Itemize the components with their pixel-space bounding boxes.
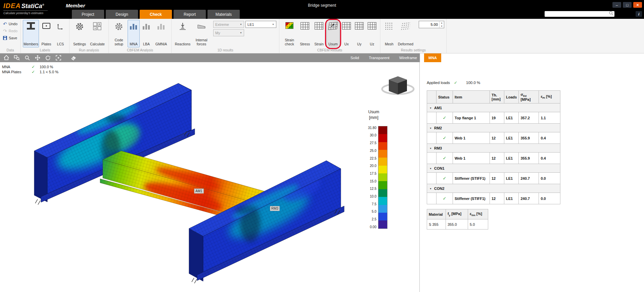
legend-unit: [mm]	[369, 115, 378, 120]
legend-color-segment	[378, 166, 387, 173]
mesh-button[interactable]: Mesh	[382, 20, 396, 47]
uy-button[interactable]: Uy	[353, 20, 365, 47]
usum-icon: ↗	[328, 22, 338, 30]
redo-icon: ↷	[3, 29, 7, 33]
tab-design[interactable]: Design	[106, 10, 138, 19]
ux-button[interactable]: Ux	[340, 20, 353, 47]
clipping-plane-button[interactable]	[70, 54, 77, 61]
legend-color-segment	[378, 181, 387, 189]
group-label-labels: Labels	[23, 48, 67, 53]
table-row[interactable]: ✓ Stiffener (STIFF1) 12 LE1 240.7 0.0	[427, 173, 560, 184]
eps-cell: 0.0	[539, 193, 560, 204]
model-label-am1[interactable]: AM1	[194, 189, 204, 194]
close-icon: ×	[636, 2, 639, 7]
mna-button[interactable]: MNA	[128, 20, 140, 47]
tab-check[interactable]: Check	[140, 10, 172, 19]
group-row-con2[interactable]: ▼CON2	[427, 184, 560, 193]
code-setup-button[interactable]: Code setup	[111, 20, 127, 47]
spinner-up-button[interactable]: ▲	[440, 21, 444, 25]
uz-button[interactable]: Uz	[366, 20, 378, 47]
collapse-triangle-icon[interactable]: ▼	[429, 107, 432, 109]
fem-model-canvas[interactable]	[0, 62, 420, 292]
zoom-fit-button[interactable]	[55, 54, 62, 61]
home-view-button[interactable]	[3, 54, 10, 61]
group-row-rm2[interactable]: ▼RM2	[427, 124, 560, 132]
spinner-down-button[interactable]: ▼	[440, 25, 444, 28]
group-row-rm3[interactable]: ▼RM3	[427, 144, 560, 153]
sigma-cell: 357.2	[519, 112, 539, 124]
tab-materials[interactable]: Materials	[208, 10, 240, 19]
internal-forces-button[interactable]: Internal forces	[192, 20, 211, 47]
calculate-button[interactable]: Calculate	[88, 20, 106, 47]
usum-button[interactable]: ↗ Usum	[326, 20, 340, 47]
gear-icon	[75, 22, 84, 32]
strain-icon	[315, 22, 323, 30]
plates-button[interactable]: Plates	[40, 20, 53, 47]
group-name: RM3	[434, 146, 442, 150]
view-mode-transparent[interactable]: Transparent	[369, 56, 389, 60]
check-icon: ✓	[436, 173, 453, 184]
deformed-button[interactable]: Deformed	[397, 20, 415, 47]
model-label-rm3[interactable]: RM3	[270, 206, 280, 211]
strain-check-button[interactable]: Strain check	[281, 20, 297, 47]
panel-tab-mna[interactable]: MNA	[424, 53, 441, 62]
info-button[interactable]: i	[636, 11, 642, 17]
material-row[interactable]: S 355 355.0 5.0	[427, 219, 488, 230]
table-row[interactable]: ✓ Web 1 12 LE1 355.9 0.4	[427, 153, 560, 164]
thickness-cell: 19	[490, 112, 504, 124]
main-area: MNA ✓ 100.0 % MNA Plates ✓ 1.1 < 5.0 % A…	[0, 62, 644, 292]
zoom-window-button[interactable]	[13, 54, 20, 61]
gmnia-button[interactable]: GMNIA	[153, 20, 169, 47]
undo-label: Undo	[9, 22, 17, 26]
group-row-con1[interactable]: ▼CON1	[427, 164, 560, 173]
component-dropdown[interactable]: My ▼	[213, 29, 244, 36]
toolbar-row: Solid Transparent Wireframe MNA	[0, 53, 644, 62]
zoom-button[interactable]	[24, 54, 31, 61]
collapse-triangle-icon[interactable]: ▼	[429, 187, 432, 190]
collapse-triangle-icon[interactable]: ▼	[429, 167, 432, 170]
minimize-button[interactable]: –	[612, 2, 621, 8]
members-button[interactable]: Members	[23, 20, 39, 47]
group-row-am1[interactable]: ▼AM1	[427, 103, 560, 112]
strain-button[interactable]: Strain	[312, 20, 326, 47]
search-icon	[609, 11, 614, 17]
mna-icon	[129, 22, 138, 31]
stress-button[interactable]: Stress	[298, 20, 312, 47]
undo-button[interactable]: ↶ Undo	[2, 20, 18, 27]
viewport-3d[interactable]: MNA ✓ 100.0 % MNA Plates ✓ 1.1 < 5.0 % A…	[0, 62, 420, 292]
pan-button[interactable]	[34, 54, 41, 61]
deformed-scale-input[interactable]	[419, 21, 439, 28]
legend-tick: 20.0	[370, 164, 376, 168]
extreme-dropdown[interactable]: Extreme ▼	[213, 21, 244, 28]
tab-report[interactable]: Report	[174, 10, 206, 19]
maximize-button[interactable]: □	[623, 2, 632, 8]
group-name: CON2	[434, 186, 445, 191]
chevron-down-icon: ▼	[240, 23, 242, 26]
save-button[interactable]: Save	[2, 35, 18, 41]
legend-tick: 2.5	[372, 217, 376, 221]
collapse-triangle-icon[interactable]: ▼	[429, 127, 432, 129]
lba-button[interactable]: LBA	[140, 20, 152, 47]
thickness-cell: 12	[490, 173, 504, 184]
usum-label: Usum	[328, 42, 337, 47]
header-spacer	[427, 91, 436, 103]
lcs-button[interactable]: LCS	[54, 20, 67, 47]
tab-project[interactable]: Project	[72, 10, 104, 19]
nav-cube[interactable]	[382, 76, 414, 94]
view-mode-wireframe[interactable]: Wireframe	[399, 56, 417, 60]
load-case-dropdown[interactable]: LE1 ▼	[245, 21, 276, 28]
status-name: MNA Plates	[2, 70, 32, 74]
header-item: Item	[453, 91, 490, 103]
view-mode-solid[interactable]: Solid	[351, 56, 359, 60]
table-row[interactable]: ✓ Stiffener (STIFF1) 12 LE1 240.7 0.0	[427, 193, 560, 204]
settings-button[interactable]: Settings	[72, 20, 88, 47]
search-input[interactable]	[545, 11, 609, 17]
redo-button[interactable]: ↷ Redo	[2, 28, 18, 34]
rotate-view-button[interactable]	[44, 54, 52, 61]
collapse-triangle-icon[interactable]: ▼	[429, 147, 432, 150]
table-row[interactable]: ✓ Top flange 1 19 LE1 357.2 1.1	[427, 112, 560, 124]
table-row[interactable]: ✓ Web 1 12 LE1 355.9 0.4	[427, 132, 560, 144]
close-button[interactable]: ×	[633, 2, 642, 8]
legend-tick: 22.5	[370, 157, 376, 160]
reactions-button[interactable]: Reactions	[174, 20, 192, 47]
